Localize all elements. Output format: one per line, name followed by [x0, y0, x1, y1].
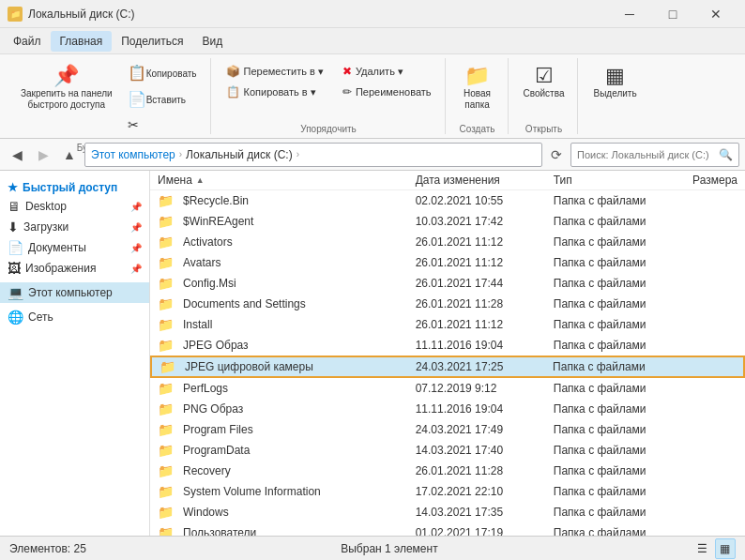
menu-share[interactable]: Поделиться: [112, 31, 192, 52]
ribbon-copy-button[interactable]: 📋 Копировать: [122, 62, 203, 86]
ribbon-move-button[interactable]: 📦 Переместить в ▾: [220, 62, 329, 81]
file-name: Avatars: [183, 256, 220, 269]
file-name: Install: [183, 318, 212, 331]
file-row[interactable]: 📁 Install 26.01.2021 11:12 Папка с файла…: [150, 314, 745, 335]
folder-icon: 📁: [158, 401, 174, 416]
window-controls: ─ □ ✕: [608, 0, 737, 28]
refresh-button[interactable]: ⟳: [546, 144, 567, 165]
file-type: Папка с файлами: [554, 215, 664, 228]
sidebar-item-pictures[interactable]: 🖼 Изображения 📌: [0, 258, 149, 279]
sidebar-item-documents[interactable]: 📄 Документы 📌: [0, 237, 149, 258]
file-type: Папка с файлами: [554, 402, 664, 416]
col-header-size[interactable]: Размера: [664, 174, 737, 187]
file-name: Windows: [183, 506, 229, 519]
maximize-button[interactable]: □: [651, 0, 694, 28]
ribbon-copy-to-button[interactable]: 📋 Копировать в ▾: [220, 83, 329, 101]
file-row[interactable]: 📁 Windows 14.03.2021 17:35 Папка с файла…: [150, 502, 745, 522]
back-button[interactable]: ◀: [6, 144, 28, 166]
view-buttons: ☰ ▦: [692, 538, 736, 559]
file-row[interactable]: 📁 $WinREAgent 10.03.2021 17:42 Папка с ф…: [150, 211, 745, 232]
main-content: ★ Быстрый доступ 🖥 Desktop 📌 ⬇ Загрузки …: [0, 171, 745, 536]
file-name: Config.Msi: [183, 277, 236, 290]
file-name: JPEG Образ: [183, 339, 249, 352]
star-icon: ★: [8, 181, 18, 194]
file-name: System Volume Information: [183, 485, 321, 498]
ribbon-delete-button[interactable]: ✖ Удалить ▾: [337, 62, 437, 81]
sort-icon: ▲: [196, 175, 205, 185]
col-header-name[interactable]: Имена ▲: [158, 174, 416, 187]
file-name: PNG Образ: [183, 402, 243, 416]
ribbon-select-button[interactable]: ▦ Выделить: [587, 62, 642, 103]
ribbon-cut-button[interactable]: ✂: [122, 114, 203, 137]
file-date: 14.03.2021 17:40: [416, 444, 554, 457]
menu-file[interactable]: Файл: [4, 31, 51, 52]
forward-button[interactable]: ▶: [32, 144, 54, 166]
ribbon-group-arrange: 📦 Переместить в ▾ 📋 Копировать в ▾ ✖ Уда…: [213, 58, 446, 134]
ribbon-new-folder-button[interactable]: 📁 Новаяпапка: [455, 62, 500, 114]
search-box[interactable]: 🔍: [570, 143, 739, 167]
file-type: Папка с файлами: [554, 423, 664, 436]
up-button[interactable]: ▲: [58, 144, 81, 166]
delete-icon: ✖: [342, 65, 352, 78]
folder-icon: 📁: [158, 505, 174, 520]
ribbon-group-clipboard: 📌 Закрепить на панелибыстрого доступа 📋 …: [8, 58, 211, 134]
ribbon-rename-button[interactable]: ✏ Переименовать: [337, 83, 437, 101]
search-input[interactable]: [577, 149, 715, 160]
folder-icon: 📁: [158, 443, 174, 458]
view-details-button[interactable]: ▦: [715, 538, 736, 559]
file-row[interactable]: 📁 JPEG цифровой камеры 24.03.2021 17:25 …: [150, 356, 745, 378]
path-sep-1: ›: [179, 149, 182, 159]
sidebar-item-downloads[interactable]: ⬇ Загрузки 📌: [0, 217, 149, 237]
folder-icon: 📁: [158, 381, 174, 396]
minimize-button[interactable]: ─: [608, 0, 651, 28]
file-row[interactable]: 📁 PNG Образ 11.11.2016 19:04 Папка с фай…: [150, 399, 745, 419]
file-date: 26.01.2021 11:28: [416, 464, 554, 477]
file-name: $WinREAgent: [183, 215, 253, 228]
properties-icon: ☑: [535, 66, 554, 86]
arrange-label: Упорядочить: [300, 122, 357, 134]
file-row[interactable]: 📁 Documents and Settings 26.01.2021 11:2…: [150, 294, 745, 314]
file-row[interactable]: 📁 Recovery 26.01.2021 11:28 Папка с файл…: [150, 461, 745, 481]
sidebar-item-desktop[interactable]: 🖥 Desktop 📌: [0, 196, 149, 217]
folder-icon: 📁: [158, 422, 174, 437]
address-bar: ◀ ▶ ▲ Этот компьютер › Локальный диск (C…: [0, 139, 745, 171]
file-row[interactable]: 📁 Пользователи 01.02.2021 17:19 Папка с …: [150, 522, 745, 536]
file-row[interactable]: 📁 JPEG Образ 11.11.2016 19:04 Папка с фа…: [150, 335, 745, 356]
ribbon-pin-button[interactable]: 📌 Закрепить на панелибыстрого доступа: [15, 62, 118, 114]
col-header-type[interactable]: Тип: [554, 174, 664, 187]
file-row[interactable]: 📁 Activators 26.01.2021 11:12 Папка с фа…: [150, 232, 745, 252]
file-date: 24.03.2021 17:25: [416, 360, 553, 373]
file-row[interactable]: 📁 $Recycle.Bin 02.02.2021 10:55 Папка с …: [150, 190, 745, 211]
file-row[interactable]: 📁 PerfLogs 07.12.2019 9:12 Папка с файла…: [150, 378, 745, 399]
menu-home[interactable]: Главная: [51, 31, 113, 52]
close-button[interactable]: ✕: [694, 0, 737, 28]
file-row[interactable]: 📁 Avatars 26.01.2021 11:12 Папка с файла…: [150, 252, 745, 273]
file-type: Папка с файлами: [554, 277, 664, 290]
file-type: Папка с файлами: [554, 235, 664, 249]
ribbon-paste-button[interactable]: 📄 Вставить: [122, 88, 203, 113]
sidebar-item-network[interactable]: 🌐 Сеть: [0, 307, 149, 327]
status-bar: Элементов: 25 Выбран 1 элемент ☰ ▦: [0, 536, 745, 560]
sidebar-item-this-pc[interactable]: 💻 Этот компьютер: [0, 282, 149, 303]
file-row[interactable]: 📁 Program Files 24.03.2021 17:49 Папка с…: [150, 419, 745, 440]
search-icon: 🔍: [719, 148, 733, 161]
file-name: ProgramData: [183, 444, 250, 457]
ribbon-properties-button[interactable]: ☑ Свойства: [518, 62, 570, 103]
network-section: 🌐 Сеть: [0, 307, 149, 327]
menu-view[interactable]: Вид: [192, 31, 232, 52]
pin-icon: 📌: [53, 66, 79, 86]
col-header-date[interactable]: Дата изменения: [416, 174, 554, 187]
file-row[interactable]: 📁 System Volume Information 17.02.2021 2…: [150, 481, 745, 502]
cut-icon: ✂: [128, 118, 139, 131]
file-date: 11.11.2016 19:04: [416, 339, 554, 352]
file-row[interactable]: 📁 Config.Msi 26.01.2021 17:44 Папка с фа…: [150, 273, 745, 294]
folder-icon: 📁: [158, 525, 174, 536]
file-row[interactable]: 📁 ProgramData 14.03.2021 17:40 Папка с ф…: [150, 440, 745, 461]
address-path[interactable]: Этот компьютер › Локальный диск (C:) ›: [84, 143, 542, 167]
path-sep-2: ›: [296, 149, 299, 159]
file-date: 26.01.2021 11:12: [416, 235, 554, 249]
new-label: Создать: [460, 122, 495, 134]
quick-access-header[interactable]: ★ Быстрый доступ: [0, 176, 149, 196]
file-date: 02.02.2021 10:55: [416, 194, 554, 207]
view-list-button[interactable]: ☰: [692, 538, 713, 559]
